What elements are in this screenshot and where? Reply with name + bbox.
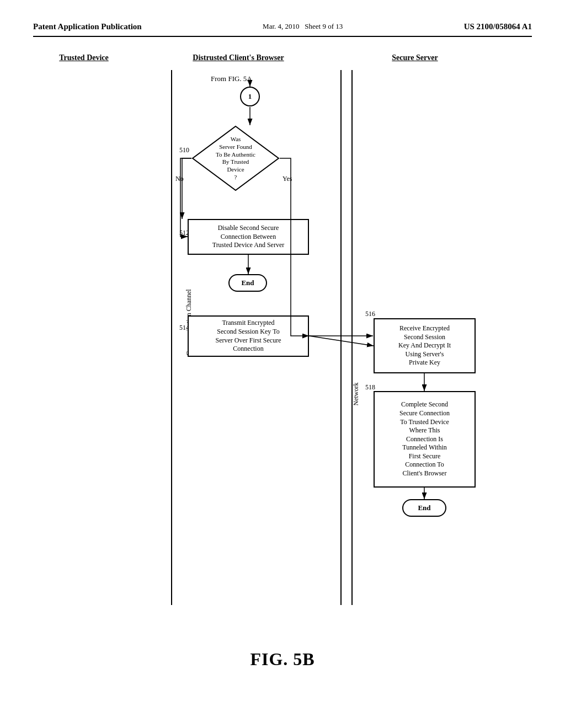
start-oval: 1: [240, 87, 260, 106]
vline-left-server: [351, 70, 353, 605]
vline-left-browser: [171, 70, 172, 605]
box-518: Complete Second Secure Connection To Tru…: [374, 391, 476, 488]
diamond-text: WasServer FoundTo Be AuthenticBy Trusted…: [208, 136, 263, 181]
vline-right-browser: [340, 70, 342, 605]
header-date: Mar. 4, 2010: [263, 22, 299, 30]
page-header: Patent Application Publication Mar. 4, 2…: [33, 22, 532, 37]
box-514: Transmit Encrypted Second Session Key To…: [188, 315, 309, 357]
publication-label: Patent Application Publication: [33, 22, 142, 31]
diamond-510: WasServer FoundTo Be AuthenticBy Trusted…: [191, 125, 280, 191]
step-516-label: 516: [365, 310, 375, 318]
yes-label: Yes: [282, 175, 292, 183]
box-512: Disable Second Secure Connection Between…: [188, 219, 309, 255]
page: Patent Application Publication Mar. 4, 2…: [0, 0, 565, 728]
network-label: Network: [352, 383, 360, 406]
col-secure-server: Secure Server: [365, 53, 465, 62]
diagram-area: Trusted Device Distrusted Client's Brows…: [34, 53, 531, 633]
from-label: From FIG. 5A: [211, 74, 252, 83]
col-distrusted-browser: Distrusted Client's Browser: [178, 53, 299, 62]
patent-number: US 2100/058064 A1: [464, 22, 532, 31]
step-510-label: 510: [179, 146, 189, 154]
end-oval-2: End: [402, 499, 446, 517]
col-trusted-device: Trusted Device: [51, 53, 117, 62]
box-516: Receive Encrypted Second Session Key And…: [374, 318, 476, 373]
end-oval-1: End: [228, 274, 267, 292]
fig-label: FIG. 5B: [33, 649, 532, 670]
step-518-label: 518: [365, 383, 375, 392]
header-sheet: Sheet 9 of 13: [305, 22, 343, 30]
header-center: Mar. 4, 2010 Sheet 9 of 13: [263, 22, 343, 31]
no-label: No: [175, 175, 184, 183]
